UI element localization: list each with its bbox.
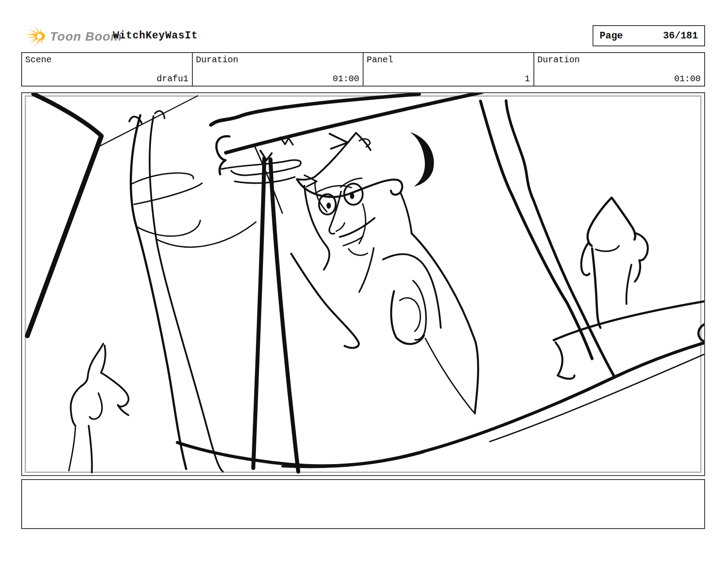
panel-info-row: Scene drafu1 Duration 01:00 Panel 1 Dura… bbox=[21, 52, 705, 87]
info-cell-duration-2: Duration 01:00 bbox=[534, 53, 704, 86]
page-number-box: Page 36/181 bbox=[593, 25, 705, 46]
toonboom-burst-icon bbox=[24, 25, 47, 48]
caption-box bbox=[21, 479, 705, 529]
cell-value: 1 bbox=[525, 74, 530, 84]
storyboard-sketch bbox=[22, 93, 704, 475]
info-cell-scene: Scene drafu1 bbox=[22, 53, 193, 86]
storyboard-panel bbox=[21, 92, 705, 476]
document-title: WitchKeyWasIt bbox=[113, 30, 198, 42]
page-value: 36/181 bbox=[663, 30, 698, 42]
toonboom-logo: Toon Boom bbox=[24, 24, 108, 49]
cell-label: Scene bbox=[25, 55, 52, 65]
cell-value: 01:00 bbox=[333, 74, 359, 84]
cell-value: drafu1 bbox=[157, 74, 188, 84]
brand-text: Toon Boom bbox=[50, 30, 122, 44]
cell-label: Panel bbox=[367, 55, 393, 65]
cell-value: 01:00 bbox=[674, 74, 701, 84]
info-cell-duration-1: Duration 01:00 bbox=[193, 53, 364, 86]
info-cell-panel: Panel 1 bbox=[364, 53, 534, 86]
page-label: Page bbox=[600, 30, 623, 42]
cell-label: Duration bbox=[537, 55, 580, 65]
cell-label: Duration bbox=[196, 55, 238, 65]
